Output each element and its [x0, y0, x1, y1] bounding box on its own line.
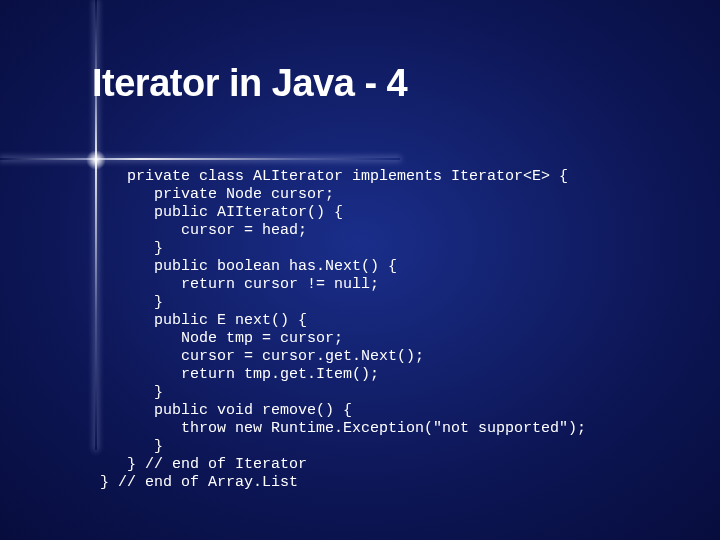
code-block: private class ALIterator implements Iter…	[100, 168, 586, 492]
lens-flare-horizontal	[0, 158, 400, 160]
slide-title: Iterator in Java - 4	[92, 62, 407, 105]
lens-flare-core	[86, 150, 106, 170]
